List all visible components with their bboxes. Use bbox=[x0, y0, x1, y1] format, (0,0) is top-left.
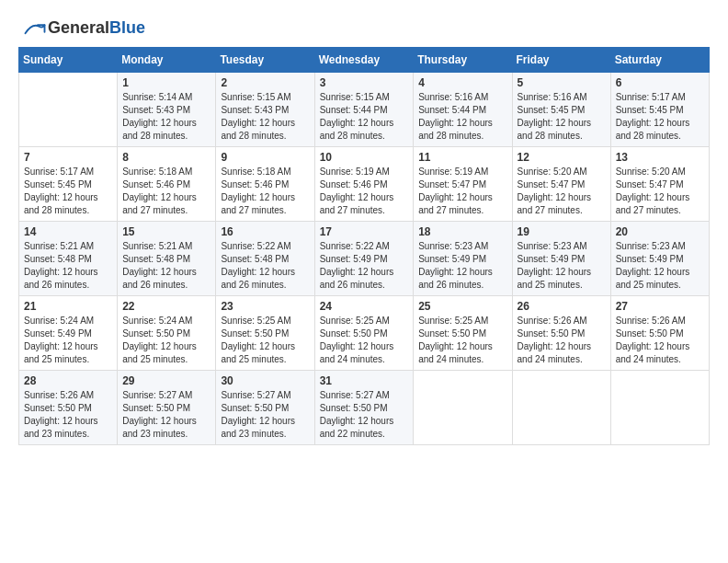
col-monday: Monday bbox=[118, 48, 216, 73]
day-number: 5 bbox=[518, 76, 606, 89]
day-number: 30 bbox=[221, 374, 309, 387]
calendar-cell bbox=[19, 73, 118, 147]
day-info: Sunrise: 5:22 AMSunset: 5:49 PMDaylight:… bbox=[320, 241, 394, 290]
week-row-4: 21Sunrise: 5:24 AMSunset: 5:49 PMDayligh… bbox=[19, 296, 710, 371]
day-number: 14 bbox=[24, 225, 112, 238]
calendar-cell: 11Sunrise: 5:19 AMSunset: 5:47 PMDayligh… bbox=[414, 147, 512, 222]
day-info: Sunrise: 5:27 AMSunset: 5:50 PMDaylight:… bbox=[320, 390, 394, 439]
calendar-cell: 30Sunrise: 5:27 AMSunset: 5:50 PMDayligh… bbox=[216, 371, 314, 445]
day-number: 15 bbox=[122, 225, 210, 238]
calendar-cell: 31Sunrise: 5:27 AMSunset: 5:50 PMDayligh… bbox=[314, 371, 414, 445]
day-number: 20 bbox=[616, 225, 704, 238]
day-number: 29 bbox=[122, 374, 210, 387]
calendar-cell bbox=[512, 371, 610, 445]
day-number: 8 bbox=[122, 151, 210, 164]
day-info: Sunrise: 5:21 AMSunset: 5:48 PMDaylight:… bbox=[24, 241, 98, 290]
day-number: 9 bbox=[221, 151, 309, 164]
day-number: 25 bbox=[418, 300, 506, 313]
day-info: Sunrise: 5:20 AMSunset: 5:47 PMDaylight:… bbox=[518, 167, 592, 215]
col-sunday: Sunday bbox=[19, 48, 118, 73]
day-info: Sunrise: 5:16 AMSunset: 5:45 PMDaylight:… bbox=[518, 92, 592, 141]
calendar-cell: 10Sunrise: 5:19 AMSunset: 5:46 PMDayligh… bbox=[314, 147, 414, 222]
calendar-cell: 3Sunrise: 5:15 AMSunset: 5:44 PMDaylight… bbox=[314, 73, 414, 147]
header-row: Sunday Monday Tuesday Wednesday Thursday… bbox=[19, 48, 710, 73]
day-info: Sunrise: 5:16 AMSunset: 5:44 PMDaylight:… bbox=[418, 92, 493, 141]
calendar-cell: 19Sunrise: 5:23 AMSunset: 5:49 PMDayligh… bbox=[512, 222, 610, 296]
week-row-5: 28Sunrise: 5:26 AMSunset: 5:50 PMDayligh… bbox=[19, 371, 710, 445]
day-info: Sunrise: 5:15 AMSunset: 5:44 PMDaylight:… bbox=[320, 92, 394, 141]
calendar-cell: 21Sunrise: 5:24 AMSunset: 5:49 PMDayligh… bbox=[19, 296, 118, 371]
day-number: 23 bbox=[221, 300, 309, 313]
logo-text: General bbox=[48, 18, 109, 37]
day-number: 1 bbox=[122, 76, 210, 89]
calendar-cell: 25Sunrise: 5:25 AMSunset: 5:50 PMDayligh… bbox=[414, 296, 512, 371]
calendar-cell: 26Sunrise: 5:26 AMSunset: 5:50 PMDayligh… bbox=[512, 296, 610, 371]
day-info: Sunrise: 5:26 AMSunset: 5:50 PMDaylight:… bbox=[518, 316, 592, 364]
day-info: Sunrise: 5:23 AMSunset: 5:49 PMDaylight:… bbox=[418, 241, 493, 290]
calendar-cell: 7Sunrise: 5:17 AMSunset: 5:45 PMDaylight… bbox=[19, 147, 118, 222]
calendar-cell: 15Sunrise: 5:21 AMSunset: 5:48 PMDayligh… bbox=[118, 222, 216, 296]
day-number: 27 bbox=[616, 300, 704, 313]
calendar-cell: 1Sunrise: 5:14 AMSunset: 5:43 PMDaylight… bbox=[118, 73, 216, 147]
day-number: 19 bbox=[518, 225, 606, 238]
day-number: 17 bbox=[320, 225, 409, 238]
calendar-cell bbox=[610, 371, 709, 445]
calendar-cell: 14Sunrise: 5:21 AMSunset: 5:48 PMDayligh… bbox=[19, 222, 118, 296]
day-number: 10 bbox=[320, 151, 409, 164]
day-number: 11 bbox=[418, 151, 506, 164]
calendar-cell: 27Sunrise: 5:26 AMSunset: 5:50 PMDayligh… bbox=[610, 296, 709, 371]
day-info: Sunrise: 5:14 AMSunset: 5:43 PMDaylight:… bbox=[122, 92, 197, 141]
day-number: 24 bbox=[320, 300, 409, 313]
day-info: Sunrise: 5:25 AMSunset: 5:50 PMDaylight:… bbox=[418, 316, 493, 364]
day-number: 2 bbox=[221, 76, 309, 89]
day-info: Sunrise: 5:26 AMSunset: 5:50 PMDaylight:… bbox=[616, 316, 690, 364]
calendar-cell: 4Sunrise: 5:16 AMSunset: 5:44 PMDaylight… bbox=[414, 73, 512, 147]
day-info: Sunrise: 5:25 AMSunset: 5:50 PMDaylight:… bbox=[320, 316, 394, 364]
calendar-cell: 8Sunrise: 5:18 AMSunset: 5:46 PMDaylight… bbox=[118, 147, 216, 222]
header: GeneralBlue bbox=[18, 18, 710, 38]
day-info: Sunrise: 5:18 AMSunset: 5:46 PMDaylight:… bbox=[221, 167, 295, 215]
day-number: 26 bbox=[518, 300, 606, 313]
day-info: Sunrise: 5:18 AMSunset: 5:46 PMDaylight:… bbox=[122, 167, 197, 215]
col-tuesday: Tuesday bbox=[216, 48, 314, 73]
calendar-cell: 16Sunrise: 5:22 AMSunset: 5:48 PMDayligh… bbox=[216, 222, 314, 296]
calendar-cell: 13Sunrise: 5:20 AMSunset: 5:47 PMDayligh… bbox=[610, 147, 709, 222]
day-number: 18 bbox=[418, 225, 506, 238]
day-info: Sunrise: 5:25 AMSunset: 5:50 PMDaylight:… bbox=[221, 316, 295, 364]
day-info: Sunrise: 5:15 AMSunset: 5:43 PMDaylight:… bbox=[221, 92, 295, 141]
day-info: Sunrise: 5:27 AMSunset: 5:50 PMDaylight:… bbox=[221, 390, 295, 439]
col-wednesday: Wednesday bbox=[314, 48, 414, 73]
calendar-cell: 23Sunrise: 5:25 AMSunset: 5:50 PMDayligh… bbox=[216, 296, 314, 371]
logo-icon bbox=[18, 19, 46, 38]
day-number: 21 bbox=[24, 300, 112, 313]
day-info: Sunrise: 5:21 AMSunset: 5:48 PMDaylight:… bbox=[122, 241, 197, 290]
week-row-2: 7Sunrise: 5:17 AMSunset: 5:45 PMDaylight… bbox=[19, 147, 710, 222]
calendar-cell: 22Sunrise: 5:24 AMSunset: 5:50 PMDayligh… bbox=[118, 296, 216, 371]
day-number: 6 bbox=[616, 76, 704, 89]
calendar-cell: 17Sunrise: 5:22 AMSunset: 5:49 PMDayligh… bbox=[314, 222, 414, 296]
day-number: 3 bbox=[320, 76, 409, 89]
col-saturday: Saturday bbox=[610, 48, 709, 73]
day-info: Sunrise: 5:26 AMSunset: 5:50 PMDaylight:… bbox=[24, 390, 98, 439]
calendar-cell: 12Sunrise: 5:20 AMSunset: 5:47 PMDayligh… bbox=[512, 147, 610, 222]
day-info: Sunrise: 5:27 AMSunset: 5:50 PMDaylight:… bbox=[122, 390, 197, 439]
day-info: Sunrise: 5:17 AMSunset: 5:45 PMDaylight:… bbox=[616, 92, 690, 141]
calendar-cell: 29Sunrise: 5:27 AMSunset: 5:50 PMDayligh… bbox=[118, 371, 216, 445]
calendar-cell: 2Sunrise: 5:15 AMSunset: 5:43 PMDaylight… bbox=[216, 73, 314, 147]
calendar-cell: 28Sunrise: 5:26 AMSunset: 5:50 PMDayligh… bbox=[19, 371, 118, 445]
week-row-3: 14Sunrise: 5:21 AMSunset: 5:48 PMDayligh… bbox=[19, 222, 710, 296]
day-info: Sunrise: 5:22 AMSunset: 5:48 PMDaylight:… bbox=[221, 241, 295, 290]
day-info: Sunrise: 5:17 AMSunset: 5:45 PMDaylight:… bbox=[24, 167, 98, 215]
calendar-cell: 9Sunrise: 5:18 AMSunset: 5:46 PMDaylight… bbox=[216, 147, 314, 222]
week-row-1: 1Sunrise: 5:14 AMSunset: 5:43 PMDaylight… bbox=[19, 73, 710, 147]
day-number: 22 bbox=[122, 300, 210, 313]
day-number: 7 bbox=[24, 151, 112, 164]
calendar-cell: 20Sunrise: 5:23 AMSunset: 5:49 PMDayligh… bbox=[610, 222, 709, 296]
day-number: 28 bbox=[24, 374, 112, 387]
day-info: Sunrise: 5:20 AMSunset: 5:47 PMDaylight:… bbox=[616, 167, 690, 215]
col-friday: Friday bbox=[512, 48, 610, 73]
calendar-cell: 6Sunrise: 5:17 AMSunset: 5:45 PMDaylight… bbox=[610, 73, 709, 147]
day-info: Sunrise: 5:24 AMSunset: 5:49 PMDaylight:… bbox=[24, 316, 98, 364]
day-number: 12 bbox=[518, 151, 606, 164]
calendar-cell: 5Sunrise: 5:16 AMSunset: 5:45 PMDaylight… bbox=[512, 73, 610, 147]
